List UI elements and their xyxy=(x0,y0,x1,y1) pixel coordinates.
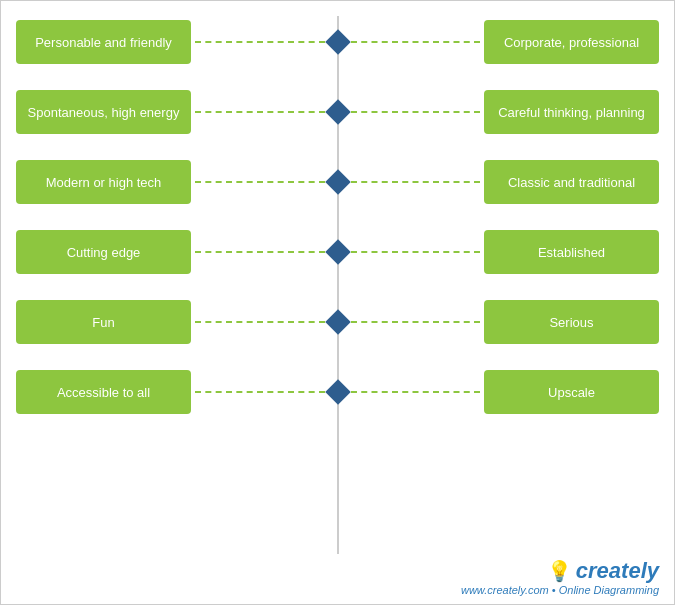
comparison-row: Cutting edge Established xyxy=(16,226,659,278)
right-label: Upscale xyxy=(484,370,659,414)
creately-branding: 💡 creately www.creately.com • Online Dia… xyxy=(461,558,659,596)
creately-logo-icon: 💡 xyxy=(547,559,572,583)
diamond-icon xyxy=(325,169,350,194)
right-label: Corporate, professional xyxy=(484,20,659,64)
dashed-line-right xyxy=(351,251,481,253)
diamond-icon xyxy=(325,29,350,54)
dashed-line-left xyxy=(195,41,325,43)
dashed-line-left xyxy=(195,181,325,183)
comparison-row: Modern or high tech Classic and traditio… xyxy=(16,156,659,208)
right-label: Established xyxy=(484,230,659,274)
diamond-icon xyxy=(325,239,350,264)
dashed-line-left xyxy=(195,391,325,393)
footer: 💡 creately www.creately.com • Online Dia… xyxy=(461,558,659,596)
comparison-row: Personable and friendly Corporate, profe… xyxy=(16,16,659,68)
comparison-row: Accessible to all Upscale xyxy=(16,366,659,418)
right-label: Classic and traditional xyxy=(484,160,659,204)
dashed-line-left xyxy=(195,321,325,323)
right-label: Serious xyxy=(484,300,659,344)
left-label: Cutting edge xyxy=(16,230,191,274)
right-label: Careful thinking, planning xyxy=(484,90,659,134)
dashed-line-right xyxy=(351,321,481,323)
left-label: Accessible to all xyxy=(16,370,191,414)
left-label: Fun xyxy=(16,300,191,344)
dashed-line-left xyxy=(195,251,325,253)
comparison-row: Spontaneous, high energy Careful thinkin… xyxy=(16,86,659,138)
footer-tagline: www.creately.com • Online Diagramming xyxy=(461,584,659,596)
dashed-line-right xyxy=(351,41,481,43)
dashed-line-right xyxy=(351,111,481,113)
diamond-icon xyxy=(325,309,350,334)
left-label: Personable and friendly xyxy=(16,20,191,64)
left-label: Modern or high tech xyxy=(16,160,191,204)
dashed-line-left xyxy=(195,111,325,113)
diamond-icon xyxy=(325,379,350,404)
diamond-icon xyxy=(325,99,350,124)
chart-area: Personable and friendly Corporate, profe… xyxy=(16,16,659,554)
left-label: Spontaneous, high energy xyxy=(16,90,191,134)
brand-name: creately xyxy=(576,558,659,584)
dashed-line-right xyxy=(351,181,481,183)
comparison-row: Fun Serious xyxy=(16,296,659,348)
dashed-line-right xyxy=(351,391,481,393)
main-container: Personable and friendly Corporate, profe… xyxy=(0,0,675,605)
